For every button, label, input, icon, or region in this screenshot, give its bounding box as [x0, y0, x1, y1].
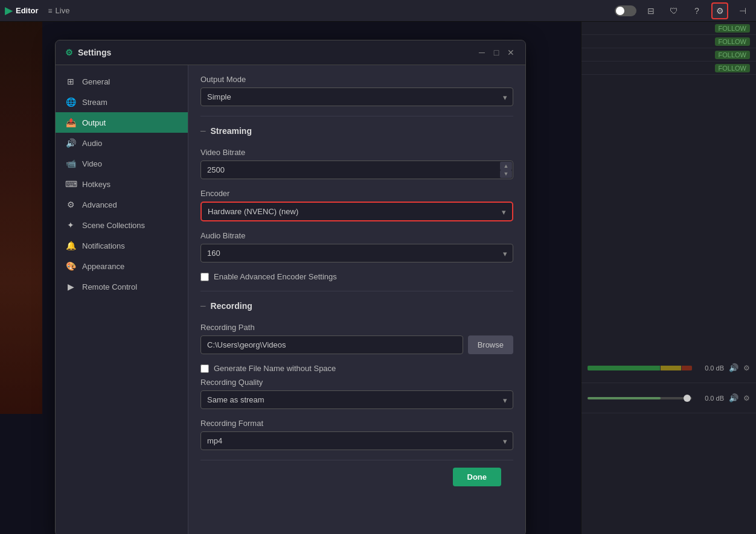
scene-collections-icon: ✦ [65, 220, 76, 230]
modal-header: ⚙ Settings ─ □ ✕ [56, 40, 525, 65]
modal-title: ⚙ Settings [65, 48, 111, 57]
help-icon: ? [694, 6, 699, 16]
sidebar-item-general[interactable]: ⊞ General [56, 71, 188, 92]
streaming-collapse-icon[interactable]: ─ [200, 127, 206, 135]
streaming-section-header: ─ Streaming [200, 126, 513, 141]
done-button[interactable]: Done [453, 468, 502, 486]
mute-icon-2[interactable]: 🔊 [729, 393, 738, 402]
video-bitrate-up[interactable]: ▲ [500, 162, 512, 170]
sidebar-item-advanced[interactable]: ⚙ Advanced [56, 194, 188, 215]
sidebar-label-advanced: Advanced [82, 200, 117, 209]
sidebar-item-appearance[interactable]: 🎨 Appearance [56, 256, 188, 276]
recording-collapse-icon[interactable]: ─ [200, 302, 206, 310]
generate-filename-label: Generate File Name without Space [214, 364, 336, 373]
sidebar-label-scene-collections: Scene Collections [82, 221, 145, 230]
audio-row-1: 0.0 dB 🔊 ⚙ [581, 353, 756, 383]
recording-quality-select[interactable]: Same as stream High Quality Indistinguis… [200, 390, 513, 409]
divider-1 [200, 116, 513, 116]
maximize-button[interactable]: □ [492, 48, 501, 57]
output-icon: 📤 [65, 118, 76, 127]
audio-db-1: 0.0 dB [697, 364, 724, 372]
video-bitrate-down[interactable]: ▼ [500, 170, 512, 179]
theme-toggle[interactable] [615, 5, 636, 16]
remote-control-icon: ▶ [65, 282, 76, 291]
live-tab[interactable]: ≡ Live [48, 6, 70, 15]
sidebar-item-output[interactable]: 📤 Output [56, 112, 188, 133]
audio-row-2: 0.0 dB 🔊 ⚙ [581, 383, 756, 413]
generate-filename-checkbox[interactable] [200, 364, 209, 373]
enable-advanced-checkbox[interactable] [200, 273, 209, 281]
shield-icon-btn[interactable]: 🛡 [665, 2, 682, 19]
vu-red-1 [682, 366, 692, 370]
follow-badge-2: FOLLOW [715, 37, 750, 46]
recording-quality-label: Recording Quality [200, 378, 513, 387]
topbar-left: ▶ Editor ≡ Live [5, 5, 69, 16]
audio-slider-2[interactable] [588, 397, 692, 399]
modal-body: ⊞ General 🌐 Stream 📤 Output 🔊 Audio 📹 [56, 65, 525, 534]
recording-path-input[interactable] [200, 335, 463, 354]
recording-section-title: Recording [211, 301, 252, 311]
audio-bitrate-select[interactable]: 64 96 128 160 192 256 320 [200, 244, 513, 262]
audio-gear-icon-1[interactable]: ⚙ [743, 364, 750, 372]
recording-quality-select-wrapper: Same as stream High Quality Indistinguis… [200, 390, 513, 409]
sidebar-label-audio: Audio [82, 139, 102, 148]
topbar: ▶ Editor ≡ Live ⊟ 🛡 ? ⚙ ⊣ [0, 0, 756, 22]
sidebar-item-audio[interactable]: 🔊 Audio [56, 133, 188, 153]
sidebar-label-hotkeys: Hotkeys [82, 180, 111, 189]
sidebar-label-notifications: Notifications [82, 241, 125, 250]
sidebar-item-video[interactable]: 📹 Video [56, 153, 188, 174]
columns-icon-btn[interactable]: ⊟ [642, 2, 659, 19]
follow-item-2: FOLLOW [581, 35, 756, 48]
recording-format-select[interactable]: mp4 mkv flv ts mov [200, 431, 513, 450]
audio-gear-icon-2[interactable]: ⚙ [743, 394, 750, 402]
follow-badge-4: FOLLOW [715, 64, 750, 72]
video-bitrate-label: Video Bitrate [200, 148, 513, 157]
recording-path-group: Recording Path Browse [200, 323, 513, 354]
columns-icon: ⊟ [647, 6, 655, 16]
sidebar-item-scene-collections[interactable]: ✦ Scene Collections [56, 215, 188, 235]
general-icon: ⊞ [65, 77, 76, 86]
enable-advanced-label: Enable Advanced Encoder Settings [214, 272, 337, 281]
follow-item-4: FOLLOW [581, 62, 756, 75]
video-bitrate-input[interactable] [200, 161, 513, 179]
audio-db-2: 0.0 dB [697, 395, 724, 402]
minimize-button[interactable]: ─ [477, 48, 487, 57]
topbar-right: ⊟ 🛡 ? ⚙ ⊣ [615, 2, 751, 19]
settings-sidebar: ⊞ General 🌐 Stream 📤 Output 🔊 Audio 📹 [56, 65, 188, 534]
encoder-label: Encoder [200, 189, 513, 198]
audio-bitrate-group: Audio Bitrate 64 96 128 160 192 256 320 … [200, 231, 513, 262]
sidebar-item-notifications[interactable]: 🔔 Notifications [56, 235, 188, 256]
audio-bitrate-label: Audio Bitrate [200, 231, 513, 240]
sidebar-label-general: General [82, 77, 110, 86]
help-icon-btn[interactable]: ? [688, 2, 705, 19]
sidebar-item-stream[interactable]: 🌐 Stream [56, 92, 188, 112]
mute-icon-1[interactable]: 🔊 [729, 363, 738, 372]
generate-filename-row: Generate File Name without Space [200, 364, 513, 373]
settings-content: Output Mode Simple Advanced ▾ ─ Streamin… [188, 65, 525, 534]
enable-advanced-row: Enable Advanced Encoder Settings [200, 272, 513, 281]
recording-format-label: Recording Format [200, 419, 513, 428]
streaming-section-title: Streaming [211, 126, 252, 136]
browse-button[interactable]: Browse [468, 335, 513, 354]
close-button[interactable]: ✕ [506, 48, 516, 57]
follow-badge-1: FOLLOW [715, 24, 750, 33]
shield-icon: 🛡 [670, 6, 678, 16]
settings-title-icon: ⚙ [65, 48, 73, 57]
vu-meter-1 [588, 366, 692, 370]
output-mode-select[interactable]: Simple Advanced [200, 87, 513, 106]
sidebar-item-remote-control[interactable]: ▶ Remote Control [56, 276, 188, 297]
appearance-icon: 🎨 [65, 261, 76, 271]
recording-format-group: Recording Format mp4 mkv flv ts mov ▾ [200, 419, 513, 450]
hotkeys-icon: ⌨ [65, 179, 76, 189]
recording-path-label: Recording Path [200, 323, 513, 332]
encoder-select-wrapper: Hardware (NVENC) (new) Software (x264) H… [200, 202, 513, 221]
encoder-select[interactable]: Hardware (NVENC) (new) Software (x264) H… [202, 203, 512, 220]
settings-icon-btn[interactable]: ⚙ [711, 2, 728, 19]
live-label: Live [56, 6, 70, 15]
video-icon: 📹 [65, 159, 76, 168]
recording-quality-group: Recording Quality Same as stream High Qu… [200, 378, 513, 409]
sidebar-item-hotkeys[interactable]: ⌨ Hotkeys [56, 174, 188, 194]
video-bitrate-spinners: ▲ ▼ [500, 162, 512, 178]
collapse-icon-btn[interactable]: ⊣ [734, 2, 751, 19]
modal-controls: ─ □ ✕ [477, 48, 516, 57]
